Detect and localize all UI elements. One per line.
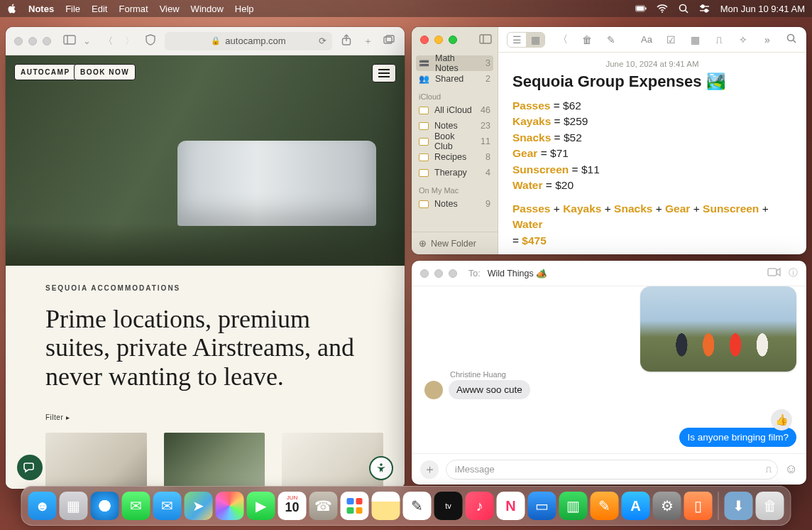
menubar-item-format[interactable]: Format [119,4,148,14]
menubar-item-window[interactable]: Window [191,4,224,14]
emoji-picker-icon[interactable]: ☺ [785,462,798,477]
messages-thread[interactable]: Christine Huang Awww soo cute 👍 Is anyon… [412,286,806,453]
address-bar[interactable]: 🔒 autocamp.com ⟳ [165,32,332,50]
audio-wave-icon[interactable]: ⎍ [766,464,772,475]
forward-button[interactable]: 〉 [122,35,136,48]
menubar-item-help[interactable]: Help [235,4,254,14]
messages-traffic-lights[interactable] [420,269,457,278]
filter-button[interactable]: Filter ▸ [45,413,371,421]
to-value[interactable]: Wild Things 🏕️ [488,268,548,278]
accessibility-fab-icon[interactable] [369,456,393,480]
dock-numbers[interactable]: ▥ [559,492,588,520]
dock-messages[interactable]: ✉ [122,492,150,520]
sidebar-item-book-club[interactable]: Book Club 11 [412,134,498,149]
window-zoom[interactable] [449,36,457,44]
facetime-video-icon[interactable] [767,267,781,279]
dock-music[interactable]: ♪ [466,492,494,520]
window-zoom[interactable] [43,37,51,45]
safari-webpage[interactable]: AUTOCAMP BOOK NOW SEQUOIA ACCOMMODATIONS… [6,55,405,489]
new-folder-button[interactable]: ⊕ New Folder [412,232,498,254]
back-chevron-icon[interactable]: 〈 [556,33,569,46]
window-minimize[interactable] [434,36,443,44]
message-input[interactable]: iMessage ⎍ [446,460,778,480]
more-icon[interactable]: » [761,34,774,45]
thumbnail-card[interactable] [282,433,383,489]
battery-icon[interactable] [635,4,647,13]
chat-fab-icon[interactable] [17,455,43,480]
dock-downloads[interactable]: ⬇ [725,492,753,520]
site-logo[interactable]: AUTOCAMP [14,64,77,80]
dock-settings[interactable]: ⚙ [653,492,681,520]
link-icon[interactable]: ✧ [737,34,750,45]
menubar-item-view[interactable]: View [160,4,180,14]
reload-icon[interactable]: ⟳ [319,36,327,46]
window-close[interactable] [14,37,23,45]
sidebar-item-therapy[interactable]: Therapy 4 [412,165,498,180]
tab-overview-icon[interactable] [382,35,396,47]
dock-keynote[interactable]: ▭ [528,492,556,520]
dock-facetime[interactable]: ▶ [247,492,275,520]
privacy-shield-icon[interactable] [143,34,158,48]
sidebar-item-math-notes[interactable]: 🟰 Math Notes 3 [416,55,493,71]
grid-view-icon[interactable]: ▦ [526,33,544,47]
notes-traffic-lights[interactable] [420,36,457,44]
sidebar-item-shared[interactable]: 👥 Shared 2 [412,71,498,87]
sidebar-item-recipes[interactable]: Recipes 8 [412,149,498,165]
control-center-icon[interactable] [699,4,710,13]
window-zoom[interactable] [449,269,457,278]
share-icon[interactable] [339,34,353,48]
dock-mail[interactable]: ✉ [153,492,182,520]
dock-launchpad[interactable]: ▦ [60,492,88,520]
dock-iphone-mirroring[interactable]: ▯ [684,492,713,520]
sidebar-toggle-icon[interactable] [62,35,77,47]
menubar-item-file[interactable]: File [65,4,80,14]
window-minimize[interactable] [434,269,443,278]
dock-trash[interactable]: 🗑 [756,492,784,520]
tapback-reaction[interactable]: 👍 [771,409,792,431]
sidebar-item-local-notes[interactable]: Notes 9 [412,196,498,212]
note-editor[interactable]: June 10, 2024 at 9:41 AM Sequoia Group E… [498,53,806,254]
message-image-attachment[interactable] [640,286,796,372]
apps-plus-button[interactable]: ＋ [420,460,439,479]
apple-menu[interactable] [7,4,17,13]
info-icon[interactable]: ⓘ [789,267,798,279]
outgoing-message[interactable]: Is anyone bringing film? [679,428,796,447]
dock-tv[interactable]: tv [434,492,463,520]
spotlight-icon[interactable] [678,4,689,13]
wifi-icon[interactable] [657,4,668,13]
dock-contacts[interactable]: ☎ [309,492,338,520]
dock-finder[interactable]: ☻ [28,492,57,520]
menubar-item-edit[interactable]: Edit [92,4,107,14]
format-aa-icon[interactable]: Aa [640,34,653,45]
dock-appstore[interactable]: A [622,492,650,520]
compose-icon[interactable]: ✎ [605,34,618,45]
view-mode-segmented[interactable]: ☰ ▦ [507,32,545,48]
search-icon[interactable] [785,33,798,45]
dock-calendar[interactable]: JUN10 [278,492,307,520]
thumbnail-card[interactable] [164,433,265,489]
dock-photos[interactable] [216,492,244,520]
checklist-icon[interactable]: ☑ [664,34,677,45]
trash-icon[interactable]: 🗑 [581,34,593,45]
menubar-clock[interactable]: Mon Jun 10 9:41 AM [720,4,805,14]
safari-traffic-lights[interactable] [14,37,51,45]
hamburger-menu[interactable] [372,64,396,82]
thumbnail-card[interactable] [45,433,147,489]
back-button[interactable]: 〈 [101,35,115,48]
window-minimize[interactable] [28,37,37,45]
dock-notes[interactable] [372,492,400,520]
avatar[interactable] [424,381,443,399]
new-tab-icon[interactable]: ＋ [361,35,375,48]
window-close[interactable] [420,36,429,44]
incoming-message[interactable]: Awww soo cute [449,380,530,399]
dock-safari[interactable] [91,492,119,520]
audio-icon[interactable]: ⎍ [713,34,725,45]
dock-freeform[interactable]: ✎ [403,492,432,520]
dock-news[interactable]: N [497,492,525,520]
dock-maps[interactable]: ➤ [185,492,213,520]
list-view-icon[interactable]: ☰ [508,33,526,47]
dock-reminders[interactable] [341,492,369,520]
menubar-app-name[interactable]: Notes [28,4,54,14]
chevron-down-icon[interactable]: ⌄ [79,36,94,46]
book-now-button[interactable]: BOOK NOW [74,64,136,80]
